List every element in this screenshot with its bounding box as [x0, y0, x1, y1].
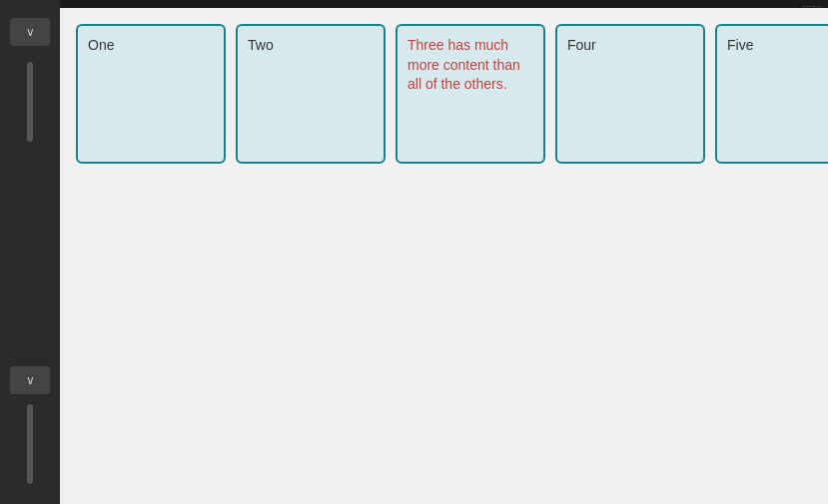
sidebar-toggle-top[interactable]: ∨: [10, 18, 50, 46]
cards-container: One Two Three has much more content than…: [76, 24, 812, 164]
card-two[interactable]: Two: [236, 24, 386, 164]
card-one-text: One: [88, 36, 214, 56]
sidebar-toggle-bottom[interactable]: ∨: [10, 366, 50, 394]
card-one[interactable]: One: [76, 24, 226, 164]
card-four-text: Four: [567, 36, 693, 56]
sidebar-scrollbar-top[interactable]: [27, 62, 33, 142]
sidebar-scrollbar-bottom[interactable]: [27, 404, 33, 484]
card-five-wrapper: Five ...: [715, 24, 828, 164]
card-five-text: Five: [727, 36, 823, 56]
card-four[interactable]: Four: [555, 24, 705, 164]
card-three-text: Three has much more content than all of …: [408, 36, 533, 95]
top-bar-label: .........: [802, 0, 822, 9]
card-three[interactable]: Three has much more content than all of …: [396, 24, 545, 164]
chevron-down-icon: ∨: [26, 25, 35, 39]
chevron-down-icon-bottom: ∨: [26, 373, 35, 387]
card-five[interactable]: Five: [715, 24, 828, 164]
sidebar-bottom-section: ∨: [10, 366, 50, 504]
main-content: ......... One Two Three has much more co…: [60, 0, 828, 504]
card-two-text: Two: [248, 36, 374, 56]
top-bar: .........: [60, 0, 828, 8]
sidebar: ∨ ∨: [0, 0, 60, 504]
